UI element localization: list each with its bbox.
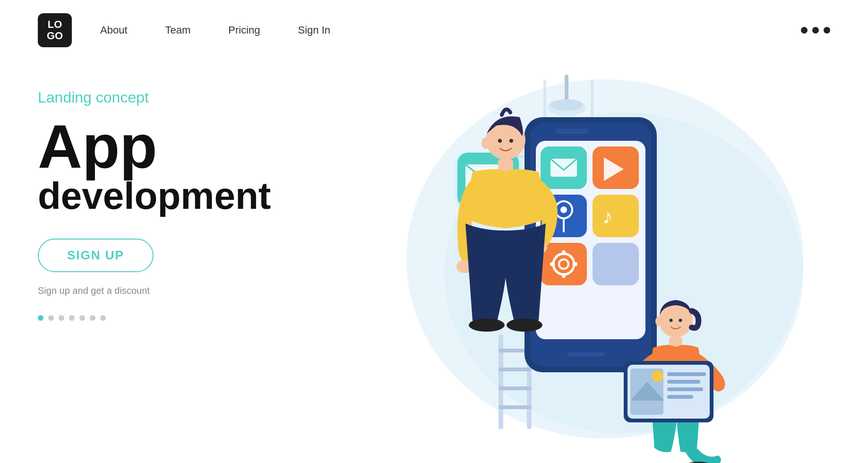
svg-rect-32 [562, 250, 566, 255]
nav-about[interactable]: About [100, 24, 128, 36]
svg-rect-61 [667, 395, 693, 399]
pg-dot-3[interactable] [59, 315, 64, 321]
svg-text:♪: ♪ [602, 205, 613, 228]
pg-dot-7[interactable] [100, 315, 106, 321]
svg-point-49 [670, 319, 673, 322]
pg-dot-4[interactable] [69, 315, 75, 321]
svg-rect-18 [567, 352, 605, 356]
hero-left: Landing concept App development SIGN UP … [38, 70, 284, 321]
svg-rect-12 [498, 386, 532, 390]
nav-pricing[interactable]: Pricing [228, 24, 260, 36]
pg-dot-6[interactable] [90, 315, 95, 321]
signup-button[interactable]: SIGN UP [38, 239, 154, 272]
svg-rect-17 [555, 129, 588, 134]
svg-rect-33 [562, 273, 566, 278]
nav-links: About Team Pricing Sign In [100, 24, 330, 36]
svg-point-40 [498, 139, 502, 143]
more-menu[interactable] [801, 27, 830, 34]
svg-rect-29 [541, 243, 587, 285]
tagline: Landing concept [38, 89, 284, 106]
nav-signin[interactable]: Sign In [298, 24, 331, 36]
svg-rect-27 [593, 195, 639, 237]
pg-dot-active[interactable] [38, 315, 43, 321]
svg-point-7 [550, 99, 583, 111]
svg-point-51 [655, 317, 662, 326]
svg-rect-34 [550, 262, 555, 266]
hero-section: Landing concept App development SIGN UP … [0, 70, 868, 457]
svg-point-46 [469, 318, 505, 332]
svg-rect-13 [498, 405, 532, 409]
svg-point-50 [679, 319, 682, 322]
dot-2 [812, 27, 819, 34]
svg-rect-36 [593, 243, 639, 285]
hero-title-dev: development [38, 177, 284, 215]
svg-rect-35 [573, 262, 577, 266]
svg-point-57 [652, 370, 663, 382]
logo[interactable]: LOGO [38, 13, 72, 47]
navbar: LOGO About Team Pricing Sign In [0, 0, 868, 60]
pagination [38, 315, 284, 321]
svg-rect-60 [667, 387, 703, 391]
svg-point-47 [507, 318, 542, 332]
svg-rect-59 [667, 380, 700, 384]
svg-rect-43 [498, 159, 513, 172]
svg-point-41 [509, 139, 513, 143]
illustration-svg: ♪ [340, 70, 813, 463]
dot-3 [824, 27, 830, 34]
svg-point-25 [560, 206, 567, 213]
svg-point-42 [481, 137, 490, 149]
hero-illustration: ♪ [302, 70, 830, 457]
svg-rect-11 [498, 368, 532, 371]
svg-rect-58 [667, 372, 706, 376]
signup-desc: Sign up and get a discount [38, 285, 284, 296]
nav-team[interactable]: Team [165, 24, 191, 36]
dot-1 [801, 27, 808, 34]
svg-rect-5 [565, 75, 568, 103]
pg-dot-5[interactable] [79, 315, 85, 321]
hero-title-app: App [38, 116, 284, 177]
pg-dot-2[interactable] [48, 315, 54, 321]
